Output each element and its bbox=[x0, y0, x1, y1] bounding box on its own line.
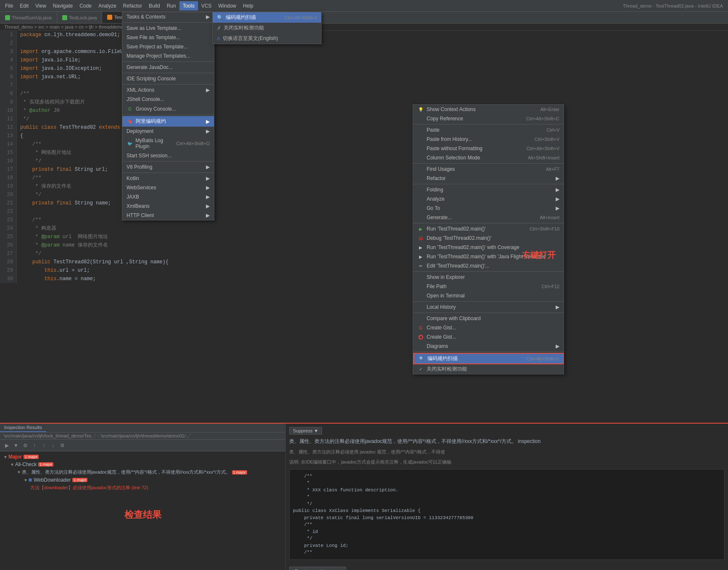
collapse-btn[interactable]: ▼ bbox=[12, 441, 20, 450]
tools-sep-3 bbox=[122, 73, 214, 73]
up-btn[interactable]: ↑ bbox=[40, 441, 48, 450]
ctx-create-gist-2[interactable]: ⭕ Create Gist... bbox=[413, 332, 564, 342]
suppress-button[interactable]: Suppress ▼ bbox=[289, 427, 322, 435]
tools-mybatis-log-plugin[interactable]: 🐦 MyBatis Log Plugin Ctrl+Alt+Shift+O bbox=[122, 136, 214, 151]
right-click-context-menu: 💡 Show Context Actions Alt+Enter Copy Re… bbox=[413, 104, 564, 374]
tools-manage-project-templates[interactable]: Manage Project Templates... bbox=[122, 51, 214, 61]
tools-generate-javadoc[interactable]: Generate JavaDoc... bbox=[122, 63, 214, 72]
ctx-open-terminal[interactable]: Open in Terminal bbox=[413, 291, 564, 300]
breadcrumb: Thread_demo > src > main > java > cn > l… bbox=[0, 24, 728, 31]
ctx-refactor[interactable]: Refactor ▶ bbox=[413, 174, 564, 183]
inspection-left-panel: Inspection Results 'src/main/java/cn/ljh… bbox=[0, 424, 286, 570]
ctx-compare-clipboard[interactable]: Compare with Clipboard bbox=[413, 314, 564, 323]
submenu-switch-language[interactable]: A 切换语言至英文(English) bbox=[213, 33, 321, 44]
menu-item-window[interactable]: Window bbox=[215, 1, 240, 11]
tools-groovy-console[interactable]: G Groovy Console... bbox=[122, 104, 214, 114]
tools-ali-coding-rule[interactable]: 🔖 阿里编码规约 ▶ bbox=[122, 116, 214, 127]
tools-http-client[interactable]: HTTP Client ▶ bbox=[122, 211, 214, 220]
line-22: 22 bbox=[0, 207, 728, 216]
ctx-edit-run[interactable]: ✏ Edit 'TestThread02.main()'... bbox=[413, 261, 564, 270]
app-title: Thread_demo - TestThread02.java - Intell… bbox=[623, 3, 726, 8]
ctx-diagrams[interactable]: Diagrams ▶ bbox=[413, 342, 564, 351]
ctx-generate[interactable]: Generate... Alt+Insert bbox=[413, 213, 564, 222]
ctx-ali-scan[interactable]: 🔍 编码规约扫描 Ctrl+Alt+Shift+J bbox=[413, 353, 564, 364]
tab-testlock[interactable]: TestLock.java bbox=[57, 12, 103, 23]
tree-ali-check[interactable]: ▼ Ali-Check 1 major bbox=[2, 461, 284, 468]
ctx-show-context-actions[interactable]: 💡 Show Context Actions Alt+Enter bbox=[413, 105, 564, 114]
menu-item-help[interactable]: Help bbox=[240, 1, 257, 11]
tools-xmlbeans[interactable]: XmlBeans ▶ bbox=[122, 201, 214, 211]
tree-rule[interactable]: ▼ 类、属性、类方法的注释必须使用javadoc规范，使用/**内容*/格式，不… bbox=[2, 468, 284, 476]
tree-major[interactable]: ▼ Major 1 major bbox=[2, 453, 284, 461]
expand-btn[interactable]: ▶ bbox=[3, 441, 11, 450]
menu-item-edit[interactable]: Edit bbox=[16, 1, 32, 11]
tools-webservices[interactable]: WebServices ▶ bbox=[122, 183, 214, 192]
ali-coding-submenu: 🔍 编码规约扫描 Ctrl+Alt+Shift+J ✗ 关闭实时检测功能 A 切… bbox=[212, 12, 322, 44]
ctx-close-realtime[interactable]: ✓ 关闭实时检测功能 bbox=[413, 364, 564, 374]
tools-ide-scripting-console[interactable]: IDE Scripting Console bbox=[122, 74, 214, 83]
run-inspection-button[interactable]: Run inspection on ... bbox=[289, 567, 346, 570]
ctx-copy-reference[interactable]: Copy Reference Ctrl+Alt+Shift+C bbox=[413, 114, 564, 123]
tools-xml-actions[interactable]: XML Actions ▶ bbox=[122, 85, 214, 95]
tree-method-error[interactable]: 方法【downloader】必须使用javadoc形式的注释 (line 72) bbox=[2, 484, 284, 492]
tools-save-as-live-template[interactable]: Save as Live Template... bbox=[122, 24, 214, 33]
lightbulb-icon: 💡 bbox=[417, 106, 424, 113]
ctx-column-selection[interactable]: Column Selection Mode Alt+Shift+Insert bbox=[413, 153, 564, 162]
menu-item-code[interactable]: Code bbox=[76, 1, 95, 11]
menu-item-run[interactable]: Run bbox=[164, 1, 179, 11]
tools-start-ssh[interactable]: Start SSH session... bbox=[122, 151, 214, 160]
tools-jaxb[interactable]: JAXB ▶ bbox=[122, 192, 214, 201]
ctx-folding[interactable]: Folding ▶ bbox=[413, 185, 564, 194]
menu-item-navigate[interactable]: Navigate bbox=[50, 1, 76, 11]
export-btn[interactable]: ↑ bbox=[30, 441, 39, 450]
inspection-tab-results[interactable]: Inspection Results bbox=[0, 424, 46, 432]
line-17: 17 private final String url; bbox=[0, 165, 728, 174]
tools-deployment[interactable]: Deployment ▶ bbox=[122, 127, 214, 136]
ctx-local-history[interactable]: Local History ▶ bbox=[413, 302, 564, 312]
ctx-paste-without-formatting[interactable]: Paste without Formatting Ctrl+Alt+Shift+… bbox=[413, 144, 564, 153]
editor-content: 1package cn.ljh.threaddemo.demo01; 2 3im… bbox=[0, 31, 728, 283]
tools-jshell-console[interactable]: JShell Console... bbox=[122, 95, 214, 104]
tools-v8-profiling[interactable]: V8 Profiling ▶ bbox=[122, 162, 214, 172]
menu-item-refactor[interactable]: Refactor bbox=[120, 1, 145, 11]
tools-kotlin[interactable]: Kotlin ▶ bbox=[122, 174, 214, 183]
ctx-file-path[interactable]: File Path Ctrl+F12 bbox=[413, 282, 564, 291]
down-btn[interactable]: ↓ bbox=[49, 441, 57, 450]
ctx-analyze[interactable]: Analyze ▶ bbox=[413, 194, 564, 204]
ctx-debug[interactable]: 🐞 Debug 'TestThread02.main()' bbox=[413, 233, 564, 243]
filter-btn[interactable]: ⚙ bbox=[21, 441, 29, 450]
ctx-run[interactable]: ▶ Run 'TestThread02.main()' Ctrl+Shift+F… bbox=[413, 224, 564, 233]
line-12: 12public class TestThread02 extends bbox=[0, 123, 728, 132]
tab-threadsumup[interactable]: ThreadSumUp.java bbox=[0, 12, 57, 23]
menu-item-tools[interactable]: Tools bbox=[179, 1, 198, 11]
menu-item-file[interactable]: File bbox=[2, 1, 16, 11]
line-3: 3import org.apache.commons.io.FileUtils; bbox=[0, 48, 728, 56]
ctx-show-explorer[interactable]: Show in Explorer bbox=[413, 273, 564, 282]
coverage-icon: ▶ bbox=[417, 244, 424, 251]
scan-icon: 🔍 bbox=[217, 15, 223, 21]
menu-item-view[interactable]: View bbox=[32, 1, 50, 11]
ctx-find-usages[interactable]: Find Usages Alt+F7 bbox=[413, 164, 564, 174]
menu-item-analyze[interactable]: Analyze bbox=[95, 1, 120, 11]
ctx-sep-3 bbox=[413, 184, 564, 184]
menu-item-build[interactable]: Build bbox=[145, 1, 164, 11]
ctx-sep-6 bbox=[413, 301, 564, 302]
ctx-sep-8 bbox=[413, 352, 564, 352]
tree-webdownloader[interactable]: ▼ WebDownloader 1 major bbox=[2, 476, 284, 484]
tools-tasks-contexts[interactable]: Tasks & Contexts ▶ bbox=[122, 12, 214, 21]
tools-save-project-as-template[interactable]: Save Project as Template... bbox=[122, 42, 214, 51]
tab-icon-threadsumup bbox=[5, 15, 10, 20]
submenu-close-realtime[interactable]: ✗ 关闭实时检测功能 bbox=[213, 23, 321, 33]
submenu-scan[interactable]: 🔍 编码规约扫描 Ctrl+Alt+Shift+J bbox=[213, 12, 321, 23]
ctx-sep-7 bbox=[413, 313, 564, 313]
ctx-goto[interactable]: Go To ▶ bbox=[413, 204, 564, 213]
ctx-create-gist-1[interactable]: G Create Gist... bbox=[413, 323, 564, 332]
settings-btn[interactable]: ⚙ bbox=[58, 441, 66, 450]
ctx-paste[interactable]: Paste Ctrl+V bbox=[413, 125, 564, 135]
tools-save-file-as-template[interactable]: Save File as Template... bbox=[122, 33, 214, 42]
menu-item-vcs[interactable]: VCS bbox=[198, 1, 215, 11]
editor-area[interactable]: 1package cn.ljh.threaddemo.demo01; 2 3im… bbox=[0, 31, 728, 300]
tools-sep-5 bbox=[122, 115, 214, 115]
inspection-code-example: /** * * XXX class function description. … bbox=[289, 469, 725, 560]
ctx-paste-history[interactable]: Paste from History... Ctrl+Shift+V bbox=[413, 135, 564, 144]
